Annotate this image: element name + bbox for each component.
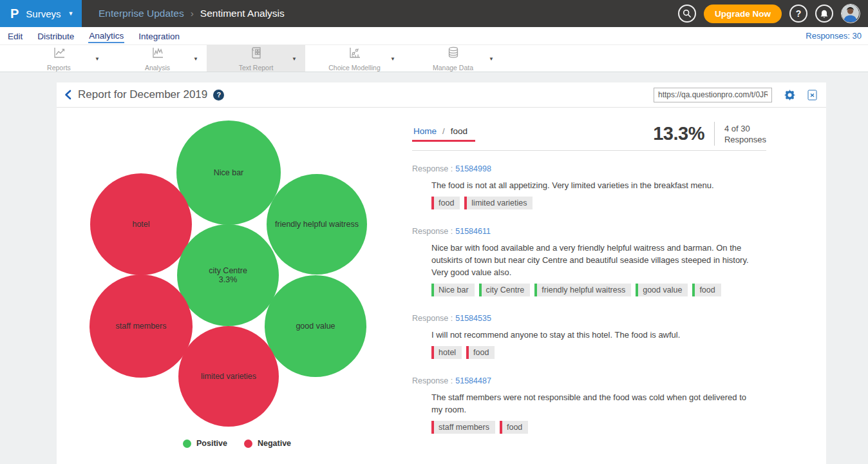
bubble-hotel[interactable]: hotel bbox=[90, 173, 192, 275]
response-prefix: Response : bbox=[412, 314, 453, 323]
response-item: Response :51584535I will not recommend a… bbox=[412, 314, 766, 359]
response-id-link[interactable]: 51584487 bbox=[455, 376, 491, 385]
report-header-actions bbox=[654, 88, 817, 102]
bubble-friendly-helpful-waitress[interactable]: friendly helpful waitress bbox=[267, 174, 367, 275]
response-tags: staff membersfood bbox=[431, 421, 766, 434]
share-url-input[interactable] bbox=[654, 88, 772, 102]
response-prefix: Response : bbox=[412, 164, 453, 173]
response-text: Nice bar with food available and a very … bbox=[431, 242, 756, 278]
export-excel-button[interactable] bbox=[807, 90, 817, 101]
bell-icon bbox=[820, 9, 829, 19]
menu-tab-edit[interactable]: Edit bbox=[7, 30, 23, 43]
chevron-down-icon[interactable]: ▼ bbox=[489, 55, 494, 61]
chart-legend: PositiveNegative bbox=[183, 439, 291, 448]
response-header: Response :51584535 bbox=[412, 314, 766, 323]
upgrade-now-button[interactable]: Upgrade Now bbox=[704, 5, 782, 23]
user-avatar[interactable] bbox=[841, 4, 860, 23]
breadcrumb-current-page: Sentiment Analysis bbox=[200, 8, 285, 19]
bubble-limited-varieties[interactable]: limited varieties bbox=[178, 326, 279, 427]
page-title: Report for December 2019 bbox=[78, 88, 207, 101]
search-icon bbox=[683, 9, 692, 18]
response-header: Response :51584998 bbox=[412, 164, 766, 173]
response-tags: Nice barcity Centrefriendly helpful wait… bbox=[431, 284, 766, 296]
menu-tab-integration[interactable]: Integration bbox=[138, 30, 180, 43]
legend-item-positive: Positive bbox=[183, 439, 227, 448]
detail-panel: Home / food 13.3% 4 of 30 Responses Re bbox=[412, 108, 826, 464]
bubble-staff-members[interactable]: staff members bbox=[90, 275, 193, 378]
report-header: Report for December 2019 ? bbox=[57, 82, 826, 108]
topbar-actions: Upgrade Now ? bbox=[678, 4, 868, 23]
bubble-value: 3.3% bbox=[219, 275, 238, 284]
menu-tab-analytics[interactable]: Analytics bbox=[88, 29, 124, 43]
sentiment-tag-food: food bbox=[431, 197, 460, 209]
content-area: Report for December 2019 ? Nice barhotel… bbox=[0, 72, 868, 464]
bubble-nice-bar[interactable]: Nice bar bbox=[176, 121, 281, 225]
bubble-city-centre[interactable]: city Centre3.3% bbox=[177, 224, 279, 326]
gear-icon bbox=[784, 90, 795, 101]
breadcrumb-survey-name[interactable]: Enterprise Updates bbox=[99, 8, 184, 19]
product-name: Surveys bbox=[26, 8, 61, 19]
breadcrumb-home-link[interactable]: Home bbox=[413, 126, 437, 136]
toolbar-item-choice-modelling[interactable]: Choice Modelling▼ bbox=[305, 45, 404, 72]
settings-button[interactable] bbox=[784, 90, 795, 101]
chevron-down-icon[interactable]: ▼ bbox=[390, 55, 395, 61]
topbar: P Surveys ▼ Enterprise Updates › Sentime… bbox=[0, 0, 868, 27]
legend-dot-positive bbox=[183, 440, 191, 448]
toolbar-item-manage-data[interactable]: Manage Data▼ bbox=[404, 45, 502, 72]
toolbar-item-reports[interactable]: Reports▼ bbox=[10, 45, 108, 72]
database-icon bbox=[446, 46, 460, 63]
excel-export-icon bbox=[807, 90, 817, 101]
toolbar-item-label: Manage Data bbox=[433, 64, 473, 72]
response-text: I will not recommend anyone to stay at t… bbox=[431, 329, 756, 341]
chevron-down-icon[interactable]: ▼ bbox=[95, 55, 100, 61]
notifications-button[interactable] bbox=[815, 5, 833, 23]
surveys-product-switcher[interactable]: P Surveys ▼ bbox=[0, 0, 82, 27]
divider bbox=[714, 122, 715, 146]
detail-header: Home / food 13.3% 4 of 30 Responses bbox=[412, 122, 766, 146]
back-button[interactable] bbox=[64, 90, 71, 100]
help-button[interactable]: ? bbox=[789, 5, 807, 23]
line-chart-icon bbox=[52, 46, 66, 63]
survey-menu: EditDistributeAnalyticsIntegration Respo… bbox=[0, 27, 868, 45]
legend-label: Negative bbox=[258, 439, 291, 448]
bubble-label: staff members bbox=[116, 322, 167, 331]
menu-tab-distribute[interactable]: Distribute bbox=[37, 30, 75, 43]
breadcrumb-separator: / bbox=[442, 126, 445, 136]
toolbar-item-analysis[interactable]: Analysis▼ bbox=[108, 45, 207, 72]
bubble-label: Nice bar bbox=[214, 168, 244, 177]
response-text: The staff members were not responsible a… bbox=[431, 391, 756, 416]
chevron-down-icon[interactable]: ▼ bbox=[292, 55, 297, 61]
bubble-good-value[interactable]: good value bbox=[265, 275, 366, 377]
response-tags: foodlimited varieties bbox=[431, 197, 766, 209]
bubble-label: good value bbox=[296, 322, 335, 331]
sentiment-tag-food: food bbox=[466, 346, 495, 359]
avatar-photo bbox=[842, 5, 859, 22]
detail-breadcrumb: Home / food bbox=[412, 126, 475, 142]
legend-dot-negative bbox=[244, 440, 252, 448]
breadcrumb-current-tag: food bbox=[451, 126, 467, 136]
toolbar-item-label: Analysis bbox=[145, 64, 170, 72]
sentiment-tag-food: food bbox=[500, 421, 528, 434]
response-id-link[interactable]: 51584611 bbox=[455, 227, 491, 236]
report-help-button[interactable]: ? bbox=[213, 90, 224, 101]
analytics-toolbar: Reports▼Analysis▼Text Report▼Choice Mode… bbox=[0, 45, 868, 72]
scatter-chart-icon bbox=[348, 46, 362, 63]
response-item: Response :51584487The staff members were… bbox=[412, 376, 766, 434]
questionpro-logo: P bbox=[10, 6, 19, 21]
response-text: The food is not at all appetizing. Very … bbox=[431, 179, 756, 191]
response-id-link[interactable]: 51584998 bbox=[455, 164, 491, 173]
toolbar-item-label: Text Report bbox=[239, 64, 274, 72]
chevron-down-icon[interactable]: ▼ bbox=[193, 55, 198, 61]
response-header: Response :51584487 bbox=[412, 376, 766, 385]
sentiment-tag-city-centre: city Centre bbox=[479, 284, 531, 296]
response-id-link[interactable]: 51584535 bbox=[455, 314, 491, 323]
sentiment-tag-limited-varieties: limited varieties bbox=[464, 197, 533, 209]
sentiment-tag-staff-members: staff members bbox=[431, 421, 495, 434]
chevron-left-icon bbox=[64, 90, 71, 100]
search-button[interactable] bbox=[678, 5, 696, 23]
bubble-label: city Centre bbox=[209, 266, 247, 275]
toolbar-item-text-report[interactable]: Text Report▼ bbox=[207, 45, 305, 72]
question-mark-icon: ? bbox=[216, 91, 221, 99]
sentiment-tag-friendly-helpful-waitress: friendly helpful waitress bbox=[534, 284, 631, 296]
responses-list: Response :51584998The food is not at all… bbox=[412, 164, 766, 434]
